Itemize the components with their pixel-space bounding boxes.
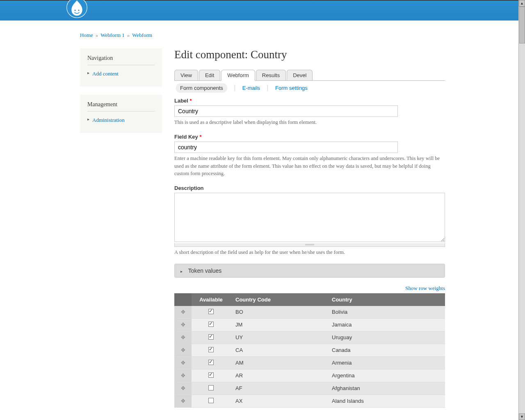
options-table: Available Country Code Country ✥BOBolivi… — [174, 293, 445, 408]
subtab-form-settings[interactable]: Form settings — [275, 85, 308, 91]
management-title: Management — [87, 101, 155, 112]
drag-handle-icon[interactable]: ✥ — [174, 382, 192, 395]
drag-handle-icon[interactable]: ✥ — [174, 306, 192, 319]
tab-results[interactable]: Results — [256, 70, 286, 80]
available-checkbox[interactable] — [208, 347, 214, 352]
available-checkbox[interactable] — [208, 385, 214, 390]
country-header: Country — [327, 293, 445, 306]
scroll-thumb[interactable] — [519, 7, 525, 43]
label-field-label: Label * — [174, 98, 445, 104]
navigation-block: Navigation Add content — [80, 48, 162, 87]
country-code-cell: AR — [231, 369, 327, 382]
country-code-cell: JM — [231, 318, 327, 331]
country-code-cell: UY — [231, 331, 327, 344]
fieldkey-field-wrapper: Field Key * Enter a machine readable key… — [174, 134, 445, 178]
available-checkbox[interactable] — [208, 372, 214, 378]
label-input[interactable] — [174, 105, 398, 117]
country-code-cell: BO — [231, 306, 327, 319]
breadcrumb-separator: » — [127, 32, 130, 38]
available-checkbox[interactable] — [208, 360, 214, 365]
available-cell — [192, 369, 231, 382]
label-description: This is used as a descriptive label when… — [174, 119, 445, 126]
description-textarea[interactable] — [174, 193, 445, 242]
tab-edit[interactable]: Edit — [199, 70, 220, 80]
sidebar: Navigation Add content Management Admini… — [80, 48, 162, 141]
subtab-e-mails[interactable]: E-mails — [242, 85, 260, 91]
breadcrumb-link[interactable]: Webform 1 — [100, 32, 125, 38]
available-cell — [192, 318, 231, 331]
country-name-cell: Argentina — [327, 369, 445, 382]
sidebar-item-add-content-link[interactable]: Add content — [92, 71, 119, 77]
tab-webform[interactable]: Webform — [221, 70, 255, 81]
drag-handle-icon[interactable]: ✥ — [174, 331, 192, 344]
country-name-cell: Afghanistan — [327, 382, 445, 395]
navigation-title: Navigation — [87, 55, 155, 65]
country-name-cell: Aland Islands — [327, 395, 445, 407]
country-code-cell: AF — [231, 382, 327, 395]
fieldkey-input[interactable] — [174, 142, 398, 153]
table-row: ✥BOBolivia — [174, 306, 445, 319]
table-row: ✥CACanada — [174, 344, 445, 356]
available-cell — [192, 331, 231, 344]
description-field-label: Description — [174, 185, 445, 191]
scroll-up-icon[interactable]: ▲ — [519, 0, 525, 7]
country-name-cell: Jamaica — [327, 318, 445, 331]
available-cell — [192, 306, 231, 319]
textarea-grippie[interactable] — [174, 243, 445, 247]
available-cell — [192, 382, 231, 395]
available-checkbox[interactable] — [208, 334, 214, 340]
drag-handle-icon[interactable]: ✥ — [174, 318, 192, 331]
available-checkbox[interactable] — [208, 322, 214, 327]
chevron-right-icon: ▸ — [180, 269, 183, 274]
available-cell — [192, 356, 231, 369]
tabs-primary: ViewEditWebformResultsDevel — [174, 69, 445, 81]
tab-devel[interactable]: Devel — [287, 70, 313, 80]
sidebar-item-add-content[interactable]: Add content — [87, 69, 155, 78]
country-name-cell: Armenia — [327, 356, 445, 369]
country-code-cell: AX — [231, 395, 327, 407]
site-logo[interactable] — [66, 0, 88, 20]
fieldkey-field-label: Field Key * — [174, 134, 445, 140]
token-values-fieldset[interactable]: ▸ Token values — [174, 264, 445, 278]
country-code-cell: AM — [231, 356, 327, 369]
sidebar-item-administration-link[interactable]: Administration — [92, 117, 125, 123]
description-field-wrapper: Description A short description of the f… — [174, 185, 445, 256]
drag-handle-icon[interactable]: ✥ — [174, 369, 192, 382]
country-code-cell: CA — [231, 344, 327, 356]
table-row: ✥AMArmenia — [174, 356, 445, 369]
available-checkbox[interactable] — [208, 398, 214, 403]
drag-handle-icon[interactable]: ✥ — [174, 356, 192, 369]
table-row: ✥UYUruguay — [174, 331, 445, 344]
show-row-weights-wrapper: Show row weights — [174, 285, 445, 292]
available-header: Available — [192, 293, 231, 306]
tab-view[interactable]: View — [174, 70, 198, 80]
table-row: ✥ARArgentina — [174, 369, 445, 382]
breadcrumb-separator: » — [96, 32, 98, 38]
top-banner — [0, 0, 525, 21]
description-help: A short description of the field used as… — [174, 249, 445, 256]
country-name-cell: Bolivia — [327, 306, 445, 319]
fieldkey-description: Enter a machine readable key for this fo… — [174, 155, 445, 178]
subtab-form-components[interactable]: Form components — [176, 83, 227, 93]
sidebar-item-administration[interactable]: Administration — [87, 116, 155, 125]
country-name-cell: Uruguay — [327, 331, 445, 344]
scrollbar[interactable]: ▲ ▼ — [518, 0, 525, 408]
svg-point-1 — [74, 9, 75, 11]
available-cell — [192, 344, 231, 356]
token-values-legend: Token values — [188, 267, 222, 274]
svg-point-2 — [78, 9, 79, 11]
available-cell — [192, 395, 231, 407]
show-row-weights-link[interactable]: Show row weights — [405, 285, 445, 291]
drag-handle-icon[interactable]: ✥ — [174, 344, 192, 356]
main-content: Edit component: Country ViewEditWebformR… — [174, 48, 445, 408]
code-header: Country Code — [231, 293, 327, 306]
breadcrumb-link[interactable]: Home — [80, 32, 93, 38]
page-title: Edit component: Country — [174, 48, 445, 61]
tabs-secondary: Form componentsE-mailsForm settings — [176, 85, 445, 91]
drag-handle-icon[interactable]: ✥ — [174, 395, 192, 407]
available-checkbox[interactable] — [208, 309, 214, 314]
drupal-icon — [66, 0, 88, 19]
breadcrumb-link[interactable]: Webform — [132, 32, 152, 38]
management-block: Management Administration — [80, 95, 162, 133]
label-field-wrapper: Label * This is used as a descriptive la… — [174, 98, 445, 126]
